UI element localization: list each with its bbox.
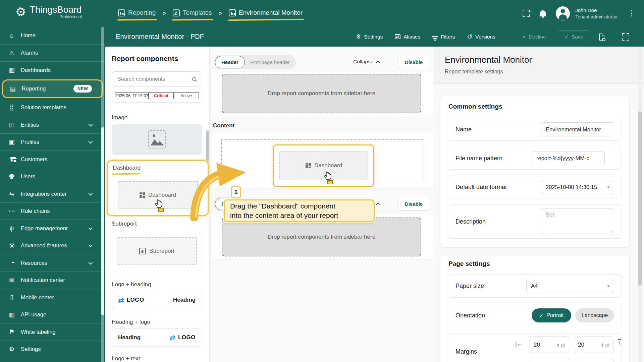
- sidebar-item-home[interactable]: ⌂ Home: [0, 27, 105, 44]
- sidebar-item-advanced-features[interactable]: ⚒ Advanced features: [0, 237, 105, 254]
- sidebar-item-reporting[interactable]: ▤ Reporting NEW: [2, 79, 103, 98]
- resize-grip-icon[interactable]: [609, 230, 612, 233]
- subreport-drag-item[interactable]: Subreport: [117, 237, 197, 265]
- breadcrumb-separator-icon: >: [219, 10, 222, 17]
- tab-first-page-header[interactable]: First page header: [245, 59, 295, 65]
- sidebar-item-integrations-center[interactable]: ⇆ Integrations center: [0, 185, 105, 202]
- template-toolbar: Environmental Monitor - PDF ⚙ Settings A…: [105, 27, 644, 47]
- sidebar-item-api-usage[interactable]: ▥ API usage: [0, 306, 105, 323]
- brand-logo[interactable]: ⚙ ThingsBoard Professional: [15, 5, 82, 19]
- orientation-landscape-button[interactable]: Landscape: [575, 308, 614, 322]
- sidebar-item-dashboards[interactable]: ▦ Dashboards: [0, 61, 105, 79]
- notifications-bell-icon[interactable]: [540, 10, 546, 15]
- heading-text: Heading: [173, 297, 196, 303]
- stepper-icon[interactable]: ▴▾: [601, 343, 603, 347]
- search-input[interactable]: [117, 76, 192, 82]
- sidebar-item-users[interactable]: Users: [0, 168, 105, 185]
- stepper-icon[interactable]: ▴▾: [557, 343, 559, 347]
- filter-icon: [432, 36, 438, 37]
- user-name: John Doe: [575, 7, 618, 13]
- image-component-card[interactable]: [112, 124, 202, 155]
- settings-scrollbar-thumb[interactable]: [638, 111, 642, 286]
- avatar[interactable]: [556, 6, 570, 20]
- sidebar-item-mobile-center[interactable]: ▯ Mobile center: [0, 289, 105, 306]
- expand-editor-icon[interactable]: [622, 33, 629, 41]
- sidebar-scrollbar[interactable]: [101, 27, 104, 362]
- margin-top-input[interactable]: 20 ▴▾ pt: [574, 337, 613, 353]
- description-textarea[interactable]: Set: [541, 208, 614, 235]
- sidebar-item-entities[interactable]: ◫ Entities: [0, 116, 105, 133]
- sidebar-item-settings[interactable]: ⚙ Settings: [0, 341, 105, 358]
- preview-report-icon[interactable]: [599, 34, 604, 41]
- more-menu-icon[interactable]: ⋮: [628, 10, 635, 17]
- sidebar-item-rule-chains[interactable]: ‹··› Rule chains: [0, 202, 105, 220]
- settings-button[interactable]: ⚙ Settings: [356, 34, 383, 40]
- header-collapse-button[interactable]: Collapse: [353, 59, 380, 65]
- integrations-icon: ⇆: [8, 191, 16, 197]
- file-name-pattern-input[interactable]: report-%d{yyyy-MM-d ?: [532, 151, 605, 165]
- subreport-section-label: Subreport: [112, 221, 137, 227]
- settings-panel-header: Environmental Monitor Report template se…: [434, 47, 644, 84]
- margin-right-input[interactable]: [530, 359, 569, 362]
- settings-title: Environmental Monitor: [445, 55, 532, 65]
- brand-subtitle: Professional: [60, 14, 82, 19]
- tab-header[interactable]: Header: [215, 56, 245, 68]
- header-disable-button[interactable]: Disable: [397, 55, 430, 69]
- breadcrumb-reporting[interactable]: Reporting: [118, 9, 156, 18]
- notification-message-icon: ✉: [8, 277, 16, 283]
- margin-left-input[interactable]: 20 ▴▾ pt: [530, 337, 569, 353]
- fullscreen-icon[interactable]: [523, 10, 530, 17]
- sidebar-item-security[interactable]: Security: [0, 358, 105, 362]
- logo-heading-component-card[interactable]: ⇄ LOGO Heading: [112, 291, 202, 309]
- heading-text: Heading: [118, 334, 141, 341]
- breadcrumb-templates[interactable]: Templates: [173, 9, 212, 18]
- search-components-box[interactable]: [112, 71, 202, 87]
- sidebar-item-solution-templates[interactable]: ⣿ Solution templates: [0, 99, 105, 116]
- aliases-icon: [395, 34, 400, 39]
- dashboard-module-label: Dashboard: [314, 162, 342, 169]
- user-role: Tenant administrator: [575, 14, 618, 19]
- aliases-button[interactable]: Aliases: [395, 34, 420, 40]
- tour-step-badge: 1: [231, 186, 241, 198]
- new-badge: NEW: [73, 85, 92, 93]
- sidebar-item-resources[interactable]: Resources: [0, 254, 105, 272]
- edge-antenna-icon: ψ: [8, 225, 16, 231]
- subreport-item-label: Subreport: [149, 248, 174, 254]
- heading-logo-component-card[interactable]: Heading ⇄ LOGO: [112, 328, 202, 347]
- dropped-dashboard-module[interactable]: Dashboard: [273, 144, 374, 187]
- filters-button[interactable]: Filters: [432, 34, 455, 40]
- alarms-table-component-card[interactable]: 2025-06-17 19:07 Critical Active: [112, 88, 202, 103]
- paper-size-select[interactable]: A4 ▾: [526, 279, 614, 293]
- breadcrumb-environmental-monitor[interactable]: Environmental Monitor: [229, 9, 303, 18]
- dashboard-section-label: Dashboard: [113, 165, 141, 171]
- sidebar-item-alarms[interactable]: ⚠ Alarms: [0, 44, 105, 62]
- margins-field: Margins |← 20 ▴▾ pt 20 ▴▾ pt ↑: [448, 333, 622, 362]
- header-drop-zone[interactable]: Drop report components from sidebar here: [222, 74, 421, 113]
- dashboards-icon: ▦: [8, 67, 16, 73]
- name-field: Name Environmental Monitor: [448, 118, 622, 141]
- footer-disable-button[interactable]: Disable: [397, 197, 430, 211]
- default-date-format-select[interactable]: 2025-10-08 14:30:15 ▾: [541, 180, 614, 194]
- sidebar-item-white-labeling[interactable]: ⚑ White labeling: [0, 323, 105, 341]
- collapse-label: Collapse: [353, 59, 373, 65]
- sidebar-item-profiles[interactable]: ▣ Profiles: [0, 133, 105, 151]
- sidebar-item-customers[interactable]: Customers: [0, 150, 105, 168]
- dashboard-item-label: Dashboard: [148, 192, 176, 198]
- name-input[interactable]: Environmental Monitor: [541, 122, 614, 136]
- decline-button[interactable]: × Decline: [522, 27, 546, 47]
- subreport-component-card[interactable]: Subreport: [112, 232, 202, 270]
- home-icon: ⌂: [8, 33, 16, 39]
- sidebar-item-edge-management[interactable]: ψ Edge management: [0, 220, 105, 237]
- components-panel-title: Report components: [112, 55, 178, 63]
- save-button[interactable]: ✓ Save: [558, 31, 590, 43]
- footer-drop-zone[interactable]: Drop report components from sidebar here: [222, 218, 421, 256]
- margin-bottom-input[interactable]: [574, 359, 613, 362]
- heading-logo-section-label: Heading + logo: [112, 319, 150, 325]
- logo-heading-section-label: Logo + heading: [112, 281, 151, 288]
- logo-text: LOGO: [127, 297, 144, 303]
- orientation-portrait-button[interactable]: ✓ Portrait: [532, 308, 571, 322]
- dashboard-grid-icon: [306, 163, 311, 168]
- sidebar-item-notification-center[interactable]: ✉ Notification center: [0, 272, 105, 289]
- versions-button[interactable]: ↺ Versions: [467, 34, 495, 40]
- main-nav-sidebar: ⌂ Home ⚠ Alarms ▦ Dashboards ▤ Reporting…: [0, 27, 105, 362]
